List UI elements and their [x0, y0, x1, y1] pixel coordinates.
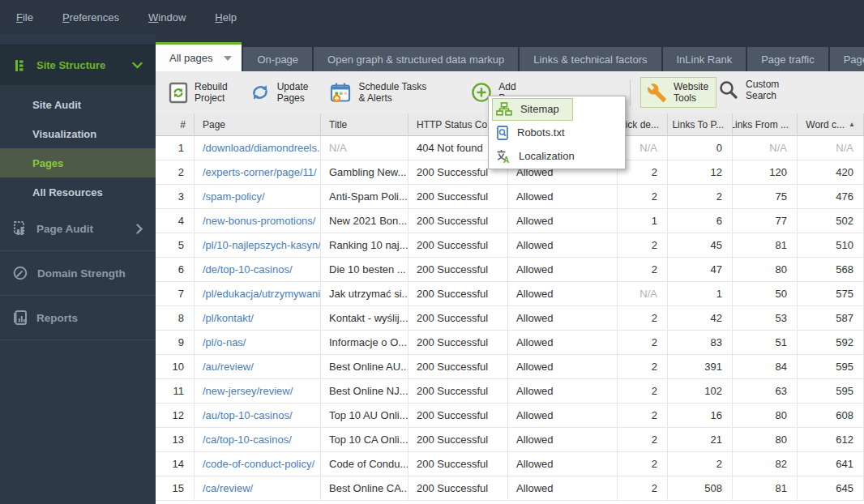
cell-words[interactable]: 592 — [798, 331, 864, 354]
cell-click[interactable]: 2 — [618, 233, 668, 257]
menu-help[interactable]: Help — [215, 11, 237, 23]
column-header-title[interactable]: Title — [321, 113, 408, 135]
cell-num[interactable]: 1 — [156, 136, 195, 160]
cell-links_to[interactable]: 6 — [668, 209, 733, 233]
sidebar-item-site-audit[interactable]: Site Audit — [0, 90, 156, 119]
cell-words[interactable]: 510 — [798, 233, 864, 257]
cell-robots[interactable]: Allowed — [508, 209, 618, 233]
table-row[interactable]: 5/pl/10-najlepszych-kasyn/Ranking 10 naj… — [156, 233, 864, 258]
cell-click[interactable]: 2 — [618, 404, 668, 427]
cell-click[interactable]: 2 — [618, 476, 668, 500]
cell-num[interactable]: 11 — [156, 379, 195, 403]
tab-links-technical[interactable]: Links & technical factors — [520, 47, 661, 71]
cell-links_from[interactable]: 82 — [733, 452, 798, 476]
column-header-words[interactable]: Word c...▲ — [798, 113, 864, 135]
cell-links_to[interactable]: 42 — [668, 306, 733, 330]
cell-http[interactable]: 200 Successful — [408, 233, 508, 257]
cell-num[interactable]: 12 — [156, 404, 195, 427]
cell-page[interactable]: /download/diamondreels... — [195, 136, 321, 160]
tab-inlink-rank[interactable]: InLink Rank — [663, 47, 746, 71]
table-row[interactable]: 4/new-bonus-promotions/New 2021 Bon...20… — [156, 209, 864, 233]
cell-page[interactable]: /new-bonus-promotions/ — [195, 209, 321, 233]
custom-search-button[interactable]: CustomSearch — [718, 79, 779, 101]
cell-page[interactable]: /pl/edukacja/utrzymywanie- — [195, 282, 321, 305]
update-pages-button[interactable]: UpdatePages — [250, 81, 309, 104]
cell-words[interactable]: 587 — [798, 306, 864, 330]
table-row[interactable]: 11/new-jersey/review/Best Online NJ...20… — [156, 379, 864, 404]
cell-page[interactable]: /new-jersey/review/ — [195, 379, 321, 403]
cell-title[interactable]: Jak utrzymać si... — [321, 282, 408, 305]
cell-robots[interactable]: Allowed — [508, 355, 618, 378]
cell-links_to[interactable]: 508 — [668, 476, 733, 500]
cell-page[interactable]: /experts-corner/page/11/ — [195, 160, 321, 184]
cell-num[interactable]: 14 — [156, 452, 195, 476]
cell-num[interactable]: 8 — [156, 306, 195, 330]
cell-page[interactable]: /code-of-conduct-policy/ — [195, 452, 321, 476]
table-row[interactable]: 12/au/top-10-casinos/Top 10 AU Onli...20… — [156, 404, 864, 428]
sidebar-section-site-structure[interactable]: Site Structure — [0, 45, 156, 85]
cell-words[interactable]: 612 — [798, 428, 864, 451]
cell-http[interactable]: 200 Successful — [408, 428, 508, 451]
cell-page[interactable]: /pl/kontakt/ — [195, 306, 321, 330]
menu-window[interactable]: Window — [148, 11, 186, 23]
cell-title[interactable]: Kontakt - wyślij... — [321, 306, 408, 330]
cell-title[interactable]: Top 10 CA Onli... — [321, 428, 408, 451]
cell-links_from[interactable]: 51 — [733, 331, 798, 354]
cell-links_to[interactable]: 0 — [668, 136, 733, 160]
cell-title[interactable]: N/A — [321, 136, 408, 160]
cell-click[interactable]: 2 — [618, 428, 668, 451]
menu-item-localization[interactable]: A Localization — [489, 144, 625, 168]
cell-num[interactable]: 2 — [156, 160, 195, 184]
cell-links_to[interactable]: 83 — [668, 331, 733, 354]
cell-title[interactable]: New 2021 Bon... — [321, 209, 408, 233]
cell-links_from[interactable]: 77 — [733, 209, 798, 233]
table-row[interactable]: 10/au/review/Best Online AU...200 Succes… — [156, 355, 864, 379]
sidebar-item-visualization[interactable]: Visualization — [0, 119, 156, 148]
cell-robots[interactable]: Allowed — [508, 233, 618, 257]
cell-words[interactable]: 568 — [798, 258, 864, 281]
cell-links_from[interactable]: 80 — [733, 404, 798, 427]
cell-page[interactable]: /spam-policy/ — [195, 185, 321, 208]
cell-robots[interactable]: Allowed — [508, 452, 618, 476]
cell-links_from[interactable]: 53 — [733, 306, 798, 330]
table-row[interactable]: 7/pl/edukacja/utrzymywanie-Jak utrzymać … — [156, 282, 864, 306]
cell-num[interactable]: 5 — [156, 233, 195, 257]
table-row[interactable]: 3/spam-policy/Anti-Spam Poli...200 Succe… — [156, 185, 864, 209]
cell-http[interactable]: 200 Successful — [408, 404, 508, 427]
cell-title[interactable]: Anti-Spam Poli... — [321, 185, 408, 208]
table-row[interactable]: 8/pl/kontakt/Kontakt - wyślij...200 Succ… — [156, 306, 864, 331]
cell-http[interactable]: 200 Successful — [408, 185, 508, 208]
menu-item-sitemap[interactable]: Sitemap — [489, 97, 625, 121]
cell-links_from[interactable]: 84 — [733, 355, 798, 378]
cell-words[interactable]: N/A — [798, 136, 864, 160]
cell-links_from[interactable]: 80 — [733, 428, 798, 451]
table-row[interactable]: 14/code-of-conduct-policy/Code of Condu.… — [156, 452, 864, 476]
cell-title[interactable]: Gambling New... — [321, 160, 408, 184]
cell-http[interactable]: 200 Successful — [408, 452, 508, 476]
cell-title[interactable]: Best Online NJ... — [321, 379, 408, 403]
cell-links_from[interactable]: 81 — [733, 476, 798, 500]
cell-click[interactable]: 2 — [618, 306, 668, 330]
cell-num[interactable]: 9 — [156, 331, 195, 354]
cell-links_to[interactable]: 47 — [668, 258, 733, 281]
cell-words[interactable]: 502 — [798, 209, 864, 233]
cell-http[interactable]: 200 Successful — [408, 306, 508, 330]
cell-words[interactable]: 575 — [798, 282, 864, 305]
cell-robots[interactable]: Allowed — [508, 476, 618, 500]
cell-click[interactable]: 1 — [618, 209, 668, 233]
cell-title[interactable]: Die 10 besten ... — [321, 258, 408, 281]
cell-robots[interactable]: Allowed — [508, 428, 618, 451]
tab-on-page[interactable]: On-page — [243, 47, 312, 71]
cell-http[interactable]: 200 Successful — [408, 355, 508, 378]
sidebar-section-domain-strength[interactable]: Domain Strength — [0, 251, 156, 296]
cell-page[interactable]: /de/top-10-casinos/ — [195, 258, 321, 281]
cell-links_from[interactable]: 75 — [733, 185, 798, 208]
column-header-num[interactable]: # — [156, 113, 195, 135]
cell-robots[interactable]: Allowed — [508, 282, 618, 305]
cell-num[interactable]: 10 — [156, 355, 195, 378]
cell-links_from[interactable]: 120 — [733, 160, 798, 184]
cell-words[interactable]: 608 — [798, 404, 864, 427]
table-row[interactable]: 9/pl/o-nas/Informacje o O...200 Successf… — [156, 331, 864, 355]
cell-num[interactable]: 15 — [156, 476, 195, 500]
tab-page-speed[interactable]: Page speed — [830, 47, 864, 71]
